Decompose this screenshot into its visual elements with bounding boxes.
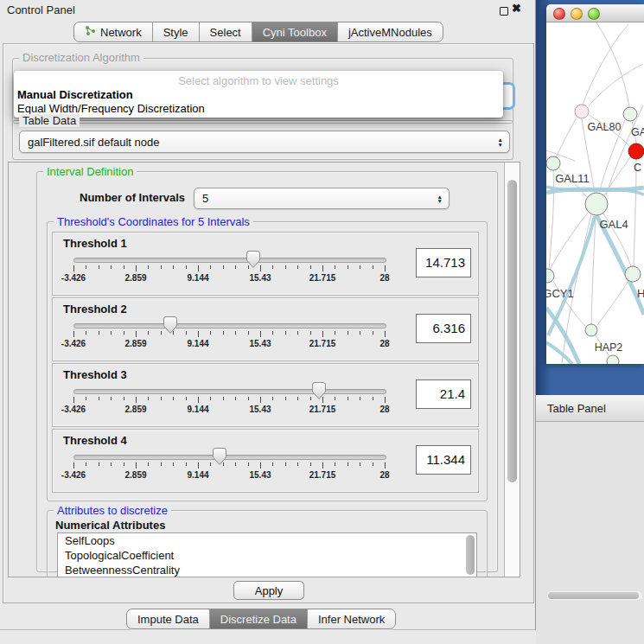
network-node-label: H (637, 287, 644, 300)
network-node-red[interactable] (628, 143, 644, 159)
network-node-green[interactable] (546, 156, 560, 170)
network-window[interactable]: GAL80GACGAL11GAL4GCY1HHAP2 (546, 4, 644, 364)
settings-scrollbar-thumb[interactable] (507, 180, 517, 482)
slider-tick (373, 331, 373, 335)
network-node-label: HAP2 (595, 341, 623, 354)
network-node-green[interactable] (585, 193, 608, 215)
slider-tick (373, 462, 373, 466)
threshold-row: Threshold 2-3.4262.8599.14415.4321.71528… (52, 297, 479, 361)
network-edge (549, 170, 554, 269)
tab-jactivemnodules[interactable]: jActiveMNodules (338, 22, 443, 41)
tab-discretize-data[interactable]: Discretize Data (210, 609, 308, 628)
slider-tick (161, 397, 162, 400)
slider-tick (86, 462, 86, 466)
close-traffic-icon[interactable] (553, 8, 565, 20)
threshold-value-field[interactable]: 21.4 (416, 379, 471, 409)
float-icon[interactable] (500, 7, 508, 16)
tab-infer-network[interactable]: Infer Network (308, 609, 395, 628)
slider-tick-label: 2.859 (124, 273, 146, 283)
network-edge (597, 281, 628, 325)
tab-style[interactable]: Style (153, 22, 200, 41)
slider-track[interactable] (73, 455, 386, 460)
slider-track[interactable] (73, 323, 386, 328)
slider-tick-label: 9.144 (187, 339, 208, 348)
slider-tick (148, 462, 149, 466)
tab-impute-data[interactable]: Impute Data (127, 609, 210, 628)
slider-tick (186, 331, 187, 335)
slider-tick (111, 265, 112, 269)
table-data-combobox[interactable]: galFiltered.sif default node ▲▼ (19, 131, 510, 153)
slider-thumb[interactable] (163, 316, 177, 334)
table-hscrollbar-thumb[interactable] (548, 592, 639, 599)
network-node-green[interactable] (585, 324, 597, 336)
slider-thumb[interactable] (246, 251, 260, 268)
network-node-green[interactable] (546, 269, 554, 283)
slider-thumb[interactable] (312, 382, 326, 399)
slider-tick (124, 331, 124, 335)
slider-tick-label: 15.43 (249, 273, 271, 283)
slider-tick (248, 462, 249, 466)
slider-tick (223, 265, 224, 269)
slider-tick (348, 462, 348, 466)
attribute-item[interactable]: SelfLoops (58, 533, 476, 548)
network-node-green[interactable] (607, 355, 619, 364)
table-horizontal-scrollbar[interactable] (547, 591, 642, 600)
slider-tick (235, 397, 236, 400)
tab-label: Style (163, 26, 188, 39)
number-of-intervals-combobox[interactable]: 5 ▲▼ (194, 188, 450, 209)
network-node-label: GA (631, 126, 644, 138)
slider-track[interactable] (73, 389, 386, 394)
network-window-titlebar[interactable] (546, 4, 644, 22)
slider-tick (310, 462, 311, 466)
slider-tick (348, 331, 348, 335)
stepper-arrows-icon: ▲▼ (437, 194, 443, 203)
slider-track[interactable] (73, 258, 386, 263)
slider-tick (322, 265, 323, 271)
threshold-value-field[interactable]: 6.316 (416, 314, 471, 343)
threshold-title: Threshold 3 (63, 368, 127, 381)
network-canvas[interactable]: GAL80GACGAL11GAL4GCY1HHAP2 (546, 22, 644, 364)
minimize-traffic-icon[interactable] (571, 8, 583, 20)
network-node-green[interactable] (623, 107, 637, 121)
slider-tick (310, 397, 311, 400)
slider-tick (285, 265, 286, 269)
attribute-item[interactable]: TopologicalCoefficient (58, 548, 476, 563)
close-icon[interactable]: ✖ (512, 2, 521, 15)
table-data-combobox-value: galFiltered.sif default node (28, 136, 159, 149)
slider-tick (235, 265, 236, 269)
algorithm-option[interactable]: Manual Discretization (17, 88, 500, 102)
attribute-item[interactable]: BetweennessCentrality (58, 563, 476, 577)
slider-tick (198, 462, 199, 469)
slider-tick (210, 462, 211, 466)
tab-cyni-toolbox[interactable]: Cyni Toolbox (252, 22, 338, 41)
slider-tick (373, 265, 373, 269)
network-edge (583, 24, 628, 105)
tab-select[interactable]: Select (200, 22, 252, 41)
threshold-value-field[interactable]: 14.713 (416, 248, 471, 277)
slider-tick (248, 397, 249, 400)
threshold-value-field[interactable]: 11.344 (416, 445, 471, 475)
table-panel-title: Table Panel (547, 402, 606, 415)
slider-tick (111, 397, 112, 400)
slider-tick (260, 265, 261, 271)
panel-title: Control Panel (7, 3, 75, 16)
network-node-pink[interactable] (575, 105, 589, 118)
tab-network[interactable]: Network (74, 22, 153, 41)
attributes-list-scrollbar[interactable] (466, 535, 475, 575)
slider-tick (360, 462, 360, 466)
network-node-green[interactable] (625, 266, 641, 282)
zoom-traffic-icon[interactable] (588, 8, 600, 20)
slider-tick (223, 397, 224, 400)
slider-tick (198, 331, 199, 337)
numerical-attributes-list[interactable]: SelfLoopsTopologicalCoefficientBetweenne… (57, 532, 477, 577)
network-node-label: GAL80 (588, 121, 622, 133)
apply-button[interactable]: Apply (233, 581, 304, 600)
slider-tick (297, 397, 298, 400)
settings-vertical-scrollbar[interactable] (504, 163, 520, 577)
slider-tick (272, 265, 273, 269)
slider-tick (360, 397, 360, 400)
slider-tick-label: 2.859 (124, 339, 146, 348)
algorithm-option[interactable]: Equal Width/Frequency Discretization (17, 102, 500, 116)
cytoscape-desktop: GAL80GACGAL11GAL4GCY1HHAP2 (536, 0, 644, 395)
slider-thumb[interactable] (213, 448, 226, 465)
